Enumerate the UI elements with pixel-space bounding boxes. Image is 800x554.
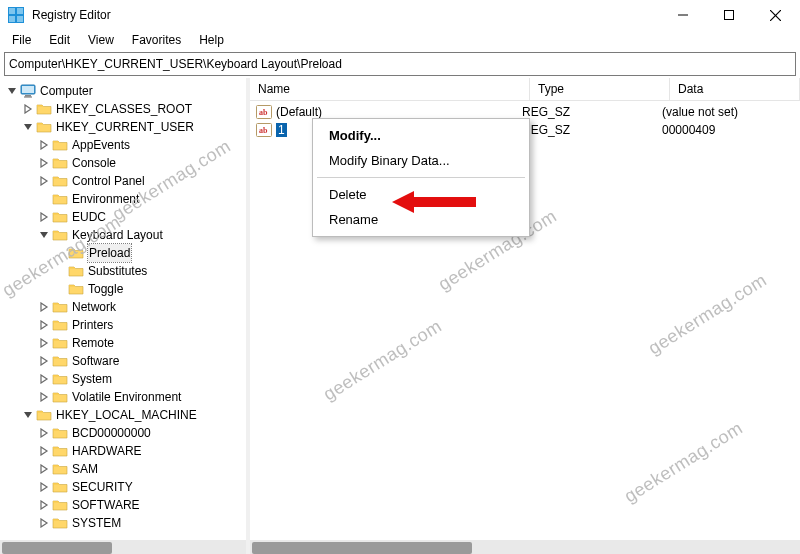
menu-edit[interactable]: Edit	[41, 31, 78, 49]
tree-item-label: Substitutes	[88, 262, 147, 280]
tree-item[interactable]: Console	[6, 154, 246, 172]
tree-item-label: Software	[72, 352, 119, 370]
close-button[interactable]	[752, 0, 798, 30]
chevron-right-icon[interactable]	[38, 481, 50, 493]
ctx-rename[interactable]: Rename	[315, 207, 527, 232]
address-bar[interactable]: Computer\HKEY_CURRENT_USER\Keyboard Layo…	[4, 52, 796, 76]
chevron-right-icon[interactable]	[38, 139, 50, 151]
tree-item[interactable]: SYSTEM	[6, 514, 246, 532]
tree-item[interactable]: HKEY_CLASSES_ROOT	[6, 100, 246, 118]
tree-horizontal-scrollbar[interactable]	[0, 540, 246, 554]
list-horizontal-scrollbar[interactable]	[250, 540, 800, 554]
tree-item[interactable]: Software	[6, 352, 246, 370]
chevron-right-icon[interactable]	[38, 373, 50, 385]
tree-item[interactable]: SAM	[6, 460, 246, 478]
ctx-modify-binary[interactable]: Modify Binary Data...	[315, 148, 527, 173]
folder-icon	[68, 263, 84, 279]
titlebar: Registry Editor	[0, 0, 800, 30]
chevron-right-icon[interactable]	[38, 211, 50, 223]
col-type[interactable]: Type	[530, 78, 670, 100]
tree-item[interactable]: HARDWARE	[6, 442, 246, 460]
chevron-down-icon[interactable]	[22, 121, 34, 133]
list-header: Name Type Data	[250, 78, 800, 101]
menu-file[interactable]: File	[4, 31, 39, 49]
chevron-right-icon[interactable]	[38, 517, 50, 529]
chevron-right-icon[interactable]	[38, 391, 50, 403]
tree-item-label: Keyboard Layout	[72, 226, 163, 244]
chevron-right-icon[interactable]	[38, 427, 50, 439]
folder-icon	[52, 155, 68, 171]
tree-item-label: Preload	[88, 244, 131, 262]
tree-item[interactable]: Keyboard Layout	[6, 226, 246, 244]
folder-icon	[36, 119, 52, 135]
window-title: Registry Editor	[32, 8, 111, 22]
tree-item-label: System	[72, 370, 112, 388]
tree-item-label: Environment	[72, 190, 139, 208]
tree-item-label: SAM	[72, 460, 98, 478]
col-data[interactable]: Data	[670, 78, 800, 100]
folder-icon	[52, 137, 68, 153]
maximize-button[interactable]	[706, 0, 752, 30]
svg-rect-11	[25, 95, 31, 97]
tree-item[interactable]: SOFTWARE	[6, 496, 246, 514]
tree-item[interactable]: EUDC	[6, 208, 246, 226]
ctx-modify[interactable]: Modify...	[315, 123, 527, 148]
tree-item[interactable]: AppEvents	[6, 136, 246, 154]
chevron-right-icon[interactable]	[38, 463, 50, 475]
tree-item[interactable]: Toggle	[6, 280, 246, 298]
tree-item[interactable]: SECURITY	[6, 478, 246, 496]
chevron-right-icon[interactable]	[38, 175, 50, 187]
menu-favorites[interactable]: Favorites	[124, 31, 189, 49]
chevron-right-icon[interactable]	[38, 355, 50, 367]
tree-pane: ComputerHKEY_CLASSES_ROOTHKEY_CURRENT_US…	[0, 78, 246, 554]
tree-item[interactable]: HKEY_LOCAL_MACHINE	[6, 406, 246, 424]
tree-item-label: HKEY_LOCAL_MACHINE	[56, 406, 197, 424]
tree-item[interactable]: Printers	[6, 316, 246, 334]
folder-icon	[52, 515, 68, 531]
tree-item[interactable]: Network	[6, 298, 246, 316]
folder-icon	[52, 299, 68, 315]
chevron-right-icon[interactable]	[38, 337, 50, 349]
tree-item[interactable]: Volatile Environment	[6, 388, 246, 406]
chevron-down-icon[interactable]	[6, 85, 18, 97]
menubar: File Edit View Favorites Help	[0, 30, 800, 50]
minimize-button[interactable]	[660, 0, 706, 30]
chevron-down-icon[interactable]	[22, 409, 34, 421]
value-type: REG_SZ	[522, 105, 662, 119]
chevron-right-icon[interactable]	[22, 103, 34, 115]
tree-item[interactable]: Remote	[6, 334, 246, 352]
minimize-icon	[678, 10, 688, 20]
tree-item[interactable]: HKEY_CURRENT_USER	[6, 118, 246, 136]
address-path: Computer\HKEY_CURRENT_USER\Keyboard Layo…	[9, 57, 342, 71]
col-name[interactable]: Name	[250, 78, 530, 100]
twisty-none	[54, 283, 66, 295]
tree-item-label: Printers	[72, 316, 113, 334]
chevron-right-icon[interactable]	[38, 499, 50, 511]
tree-item[interactable]: Environment	[6, 190, 246, 208]
svg-rect-12	[24, 97, 32, 98]
folder-icon	[52, 335, 68, 351]
value-type: REG_SZ	[522, 123, 662, 137]
tree-item[interactable]: System	[6, 370, 246, 388]
chevron-right-icon[interactable]	[38, 301, 50, 313]
tree-item[interactable]: Control Panel	[6, 172, 246, 190]
scrollbar-thumb[interactable]	[252, 542, 472, 554]
menu-view[interactable]: View	[80, 31, 122, 49]
value-name: 1	[276, 123, 287, 137]
chevron-right-icon[interactable]	[38, 445, 50, 457]
chevron-right-icon[interactable]	[38, 157, 50, 169]
chevron-right-icon[interactable]	[38, 319, 50, 331]
tree-item[interactable]: BCD00000000	[6, 424, 246, 442]
context-menu: Modify... Modify Binary Data... Delete R…	[312, 118, 530, 237]
tree-item[interactable]: Computer	[6, 82, 246, 100]
tree-item-label: BCD00000000	[72, 424, 151, 442]
menu-help[interactable]: Help	[191, 31, 232, 49]
tree-item-label: HKEY_CLASSES_ROOT	[56, 100, 192, 118]
scrollbar-thumb[interactable]	[2, 542, 112, 554]
registry-tree[interactable]: ComputerHKEY_CLASSES_ROOTHKEY_CURRENT_US…	[0, 78, 246, 532]
tree-item[interactable]: Preload	[6, 244, 246, 262]
tree-item-label: Computer	[40, 82, 93, 100]
ctx-delete[interactable]: Delete	[315, 182, 527, 207]
chevron-down-icon[interactable]	[38, 229, 50, 241]
tree-item[interactable]: Substitutes	[6, 262, 246, 280]
